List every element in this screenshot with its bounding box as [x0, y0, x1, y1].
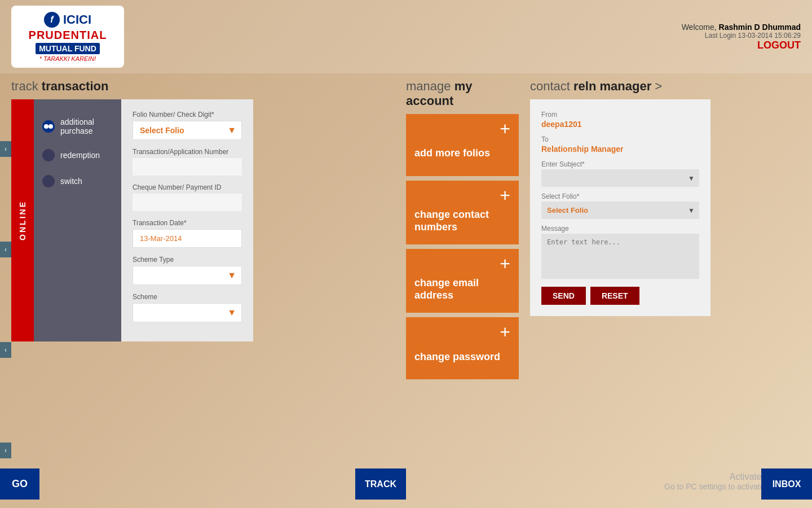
chevron-right-icon[interactable]: >: [655, 79, 662, 93]
scheme-type-group: Scheme Type: [133, 256, 242, 285]
tarakki-text: * TARAKKI KAREIN!: [39, 55, 96, 62]
track-form: Folio Number/ Check Digit* Select Folio …: [121, 99, 253, 341]
message-textarea[interactable]: [541, 234, 699, 279]
card-change-email[interactable]: + change email address: [406, 249, 519, 313]
manage-cards: + add more folios + change contact numbe…: [406, 114, 519, 379]
welcome-prefix: Welcome,: [682, 23, 719, 32]
scheme-label: Scheme: [133, 293, 242, 301]
mutual-fund-text: MUTUAL FUND: [36, 43, 100, 54]
folio-select-wrapper: Select Folio: [133, 121, 242, 140]
to-value: Relationship Manager: [541, 144, 699, 154]
scroll-arrow-2[interactable]: ‹: [0, 242, 11, 257]
plus-icon-1: +: [500, 120, 510, 138]
user-name: Rashmin D Dhummad: [719, 23, 801, 32]
track-inner: additional purchase redemption switch Fo…: [34, 99, 253, 341]
contact-section: contact reln manager > From deepa1201 To…: [530, 79, 710, 379]
scheme-type-label: Scheme Type: [133, 256, 242, 264]
scheme-type-wrapper: [133, 266, 242, 285]
card-text-2: change contact numbers: [414, 209, 510, 233]
transaction-number-group: Transaction/Application Number: [133, 148, 242, 176]
message-label: Message: [541, 225, 699, 233]
radio-additional: [42, 120, 55, 133]
icici-text: ICICI: [63, 12, 91, 27]
cheque-input[interactable]: [133, 194, 242, 211]
card-change-contact[interactable]: + change contact numbers: [406, 181, 519, 244]
radio-switch: [42, 175, 55, 187]
track-section-title: track transaction: [11, 79, 395, 94]
main-content: track transaction ONLINE additional purc…: [0, 79, 812, 379]
last-login: Last Login 13-03-2014 15:06:29: [682, 32, 801, 40]
track-button[interactable]: TRACK: [355, 468, 406, 500]
manage-section-title: manage my account: [406, 79, 519, 108]
date-input[interactable]: [133, 229, 242, 248]
from-label: From: [541, 111, 699, 119]
cheque-group: Cheque Number/ Payment ID: [133, 183, 242, 211]
header-right: Welcome, Rashmin D Dhummad Last Login 13…: [682, 23, 801, 51]
plus-icon-4: +: [500, 323, 510, 341]
date-group: Transaction Date*: [133, 219, 242, 248]
manage-section: manage my account + add more folios + ch…: [406, 79, 519, 379]
subject-label: Enter Subject*: [541, 160, 699, 168]
track-section: track transaction ONLINE additional purc…: [11, 79, 395, 379]
prudential-text: PRUDENTIAL: [29, 29, 107, 42]
plus-icon-3: +: [500, 255, 510, 273]
scroll-arrow-1[interactable]: ‹: [0, 141, 11, 157]
scheme-group: Scheme: [133, 293, 242, 322]
subject-select[interactable]: [541, 169, 699, 187]
go-button[interactable]: GO: [0, 468, 39, 500]
card-text-1: add more folios: [414, 147, 490, 160]
bottom-bar: GO TRACK INBOX: [0, 468, 812, 500]
scheme-wrapper: [133, 303, 242, 322]
contact-folio-wrapper: Select Folio: [541, 202, 699, 219]
type-switch[interactable]: switch: [34, 168, 121, 194]
scroll-arrow-3[interactable]: ‹: [0, 342, 11, 358]
card-text-4: change password: [414, 351, 500, 364]
type-additional-purchase[interactable]: additional purchase: [34, 111, 121, 142]
from-value: deepa1201: [541, 120, 699, 129]
send-button[interactable]: SEND: [541, 287, 586, 305]
folio-group: Folio Number/ Check Digit* Select Folio: [133, 111, 242, 140]
contact-form-box: From deepa1201 To Relationship Manager E…: [530, 99, 710, 316]
to-label: To: [541, 135, 699, 143]
card-add-folios[interactable]: + add more folios: [406, 114, 519, 176]
cheque-label: Cheque Number/ Payment ID: [133, 183, 242, 191]
card-text-3: change email address: [414, 277, 510, 301]
scheme-type-select[interactable]: [133, 266, 242, 285]
header: f ICICI PRUDENTIAL MUTUAL FUND * TARAKKI…: [0, 0, 812, 73]
date-label: Transaction Date*: [133, 219, 242, 227]
welcome-text: Welcome, Rashmin D Dhummad: [682, 23, 801, 32]
transaction-label: Transaction/Application Number: [133, 148, 242, 156]
contact-section-title: contact reln manager >: [530, 79, 710, 94]
logo-icici-row: f ICICI: [44, 12, 91, 28]
plus-icon-2: +: [500, 186, 510, 204]
transaction-input[interactable]: [133, 158, 242, 176]
left-scroll-arrows: ‹ ‹ ‹ ‹ ‹: [0, 141, 11, 508]
card-change-password[interactable]: + change password: [406, 317, 519, 379]
scheme-select[interactable]: [133, 303, 242, 322]
logo: f ICICI PRUDENTIAL MUTUAL FUND * TARAKKI…: [11, 6, 124, 68]
online-label: ONLINE: [11, 99, 34, 341]
folio-select-label: Select Folio*: [541, 192, 699, 200]
radio-redemption: [42, 149, 55, 161]
contact-folio-select[interactable]: Select Folio: [541, 202, 699, 219]
subject-select-wrapper: [541, 169, 699, 187]
folio-label: Folio Number/ Check Digit*: [133, 111, 242, 119]
type-redemption[interactable]: redemption: [34, 142, 121, 168]
inbox-button[interactable]: INBOX: [761, 468, 812, 500]
icici-icon: f: [44, 12, 60, 28]
logout-button[interactable]: LOGOUT: [682, 40, 801, 51]
transaction-types: additional purchase redemption switch: [34, 99, 121, 341]
folio-select[interactable]: Select Folio: [133, 121, 242, 140]
reset-button[interactable]: RESET: [590, 287, 639, 305]
contact-buttons: SEND RESET: [541, 287, 699, 305]
scroll-arrow-4[interactable]: ‹: [0, 443, 11, 458]
